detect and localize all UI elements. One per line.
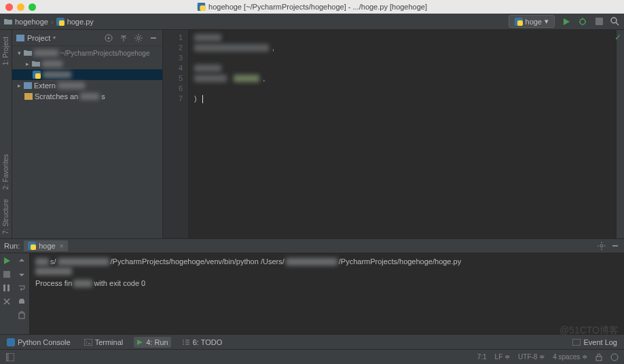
breadcrumb-file: hoge.py: [67, 18, 94, 26]
caret-position[interactable]: 7:1: [477, 353, 487, 361]
close-icon[interactable]: ×: [60, 242, 64, 250]
external-label: Extern: [34, 81, 56, 90]
run-tab[interactable]: hoge ×: [24, 240, 67, 251]
stop-button[interactable]: [594, 17, 604, 26]
project-panel-title[interactable]: Project ▾: [16, 34, 104, 42]
svg-point-17: [137, 37, 140, 39]
breadcrumb[interactable]: hogehoge › hoge.py: [4, 18, 94, 26]
scroll-up-button[interactable]: [17, 256, 26, 266]
hide-panel-button[interactable]: [610, 241, 620, 251]
scroll-down-button[interactable]: [17, 270, 26, 279]
tree-root-path: ~/PycharmProjects/hogehoge: [60, 50, 149, 57]
run-config-selector[interactable]: hoge ▾: [509, 15, 555, 28]
chevron-down-icon: ▾: [545, 17, 549, 26]
pause-button[interactable]: [2, 283, 12, 293]
tab-label: 6: TODO: [193, 338, 223, 346]
toolbar: hogehoge › hoge.py hoge ▾: [0, 14, 624, 30]
rerun-button[interactable]: [2, 256, 12, 266]
locate-button[interactable]: [104, 33, 113, 43]
blurred-text: [58, 258, 109, 266]
favorites-tool-tab[interactable]: 2: Favorites: [1, 150, 11, 194]
svg-line-13: [616, 22, 619, 25]
clear-button[interactable]: [17, 310, 26, 320]
stop-button[interactable]: [2, 270, 12, 279]
collapse-all-button[interactable]: [119, 33, 128, 43]
minimize-window-button[interactable]: [17, 3, 24, 11]
inspection-ok-icon[interactable]: ✓: [614, 33, 621, 42]
svg-point-41: [611, 354, 618, 361]
blurred-text: [73, 280, 92, 287]
tree-row[interactable]: ▸: [12, 58, 162, 69]
python-file-icon: [197, 3, 205, 11]
line-separator[interactable]: LF ≑: [495, 353, 510, 361]
editor-gutter[interactable]: 1234567: [163, 30, 189, 238]
readonly-toggle[interactable]: [595, 353, 602, 361]
project-panel-header: Project ▾: [12, 30, 162, 46]
svg-rect-31: [19, 300, 24, 304]
close-window-button[interactable]: [5, 3, 13, 11]
window-title: hogehoge [~/PycharmProjects/hogehoge] - …: [197, 3, 427, 11]
tool-windows-button[interactable]: [5, 352, 15, 362]
maximize-window-button[interactable]: [29, 3, 36, 11]
svg-point-7: [580, 19, 585, 24]
svg-rect-5: [517, 20, 523, 26]
search-everywhere-button[interactable]: [610, 17, 620, 26]
run-tab-bottom[interactable]: 4: Run: [134, 337, 170, 348]
file-encoding[interactable]: UTF-8 ≑: [518, 353, 545, 361]
debug-button[interactable]: [578, 17, 587, 26]
svg-rect-1: [200, 5, 205, 11]
left-gutter: 1: Project 2: Favorites 7: Structure: [0, 30, 12, 238]
chevron-right-icon: ▸: [24, 60, 30, 67]
tree-row-selected[interactable]: [12, 69, 162, 80]
gear-icon[interactable]: [134, 33, 143, 43]
inspector-icon[interactable]: [610, 353, 619, 361]
svg-rect-18: [151, 37, 156, 39]
chevron-down-icon: ▾: [53, 35, 56, 41]
svg-rect-26: [612, 245, 618, 247]
svg-rect-29: [3, 285, 5, 291]
svg-rect-40: [596, 357, 602, 361]
print-button[interactable]: [17, 297, 26, 306]
project-tree[interactable]: ▾ ~/PycharmProjects/hogehoge ▸ ▸ Extern: [12, 46, 162, 238]
svg-rect-21: [24, 82, 32, 89]
python-console-tab[interactable]: Python Console: [4, 337, 73, 348]
library-icon: [24, 82, 32, 89]
titlebar: hogehoge [~/PycharmProjects/hogehoge] - …: [0, 0, 624, 14]
tree-row-scratches[interactable]: Scratches ans: [12, 91, 162, 102]
tree-row-root[interactable]: ▾ ~/PycharmProjects/hogehoge: [12, 48, 162, 58]
structure-tool-tab[interactable]: 7: Structure: [1, 195, 11, 238]
indent-config[interactable]: 4 spaces ≑: [553, 353, 587, 361]
tab-label: 4: Run: [146, 338, 168, 346]
run-config-label: hoge: [526, 18, 542, 26]
code-area[interactable]: , , ): [189, 30, 616, 238]
blurred-text: [42, 60, 62, 67]
scratches-label: Scratches an: [35, 92, 78, 101]
svg-marker-36: [137, 340, 143, 345]
svg-rect-32: [20, 299, 24, 300]
run-tab-label: hoge: [39, 242, 55, 250]
blurred-text: [58, 82, 85, 89]
tab-label: Event Log: [583, 338, 617, 346]
play-icon: [136, 339, 143, 346]
bottom-tool-tabs: Python Console Terminal 4: Run 6: TODO E…: [0, 334, 624, 349]
exit-button[interactable]: [2, 297, 12, 306]
terminal-tab[interactable]: Terminal: [81, 337, 126, 348]
blurred-text: [35, 268, 72, 275]
svg-point-12: [611, 18, 617, 23]
hide-panel-button[interactable]: [149, 33, 158, 43]
todo-tab[interactable]: 6: TODO: [179, 337, 225, 348]
console-text: Process fin: [35, 278, 72, 289]
svg-rect-37: [572, 339, 581, 346]
svg-rect-24: [31, 244, 36, 250]
event-log-tab[interactable]: Event Log: [570, 337, 620, 348]
blurred-text: [286, 258, 337, 266]
soft-wrap-button[interactable]: [17, 283, 26, 293]
run-button[interactable]: [562, 17, 571, 26]
folder-icon: [32, 60, 40, 67]
console-output[interactable]: /Users/ s/ /PycharmProjects/hogehoge/ven…: [30, 253, 624, 334]
tree-row-external[interactable]: ▸ Extern: [12, 80, 162, 91]
project-tool-tab[interactable]: 1: Project: [1, 33, 11, 69]
console-text: with exit code 0: [94, 278, 145, 289]
folder-icon: [24, 50, 32, 56]
gear-icon[interactable]: [597, 241, 606, 251]
